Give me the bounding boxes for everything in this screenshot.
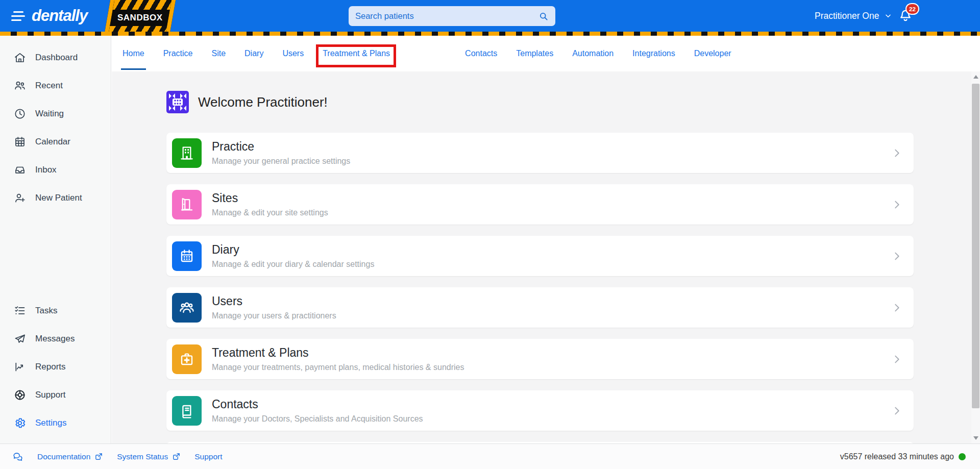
users-group-icon (172, 293, 202, 323)
scrollbar-thumb[interactable] (972, 84, 979, 408)
card-title: Treatment & Plans (212, 346, 464, 360)
system-status-link[interactable]: System Status (117, 452, 181, 461)
chevron-right-icon (891, 354, 902, 365)
sidebar-item-tasks[interactable]: Tasks (0, 297, 111, 325)
settings-home-content: Welcome Practitioner! Practice Manage yo… (112, 71, 980, 443)
tab-treatment-plans[interactable]: Treatment & Plans (323, 36, 390, 71)
settings-card-users[interactable]: Users Manage your users & practitioners (166, 287, 914, 328)
settings-card-treatment-plans[interactable]: Treatment & Plans Manage your treatments… (166, 339, 914, 379)
external-link-icon (94, 452, 103, 461)
card-title: Diary (212, 243, 374, 257)
card-title: Contacts (212, 398, 423, 411)
menu-icon[interactable] (11, 9, 27, 23)
chevron-down-icon (885, 12, 892, 19)
hazard-stripes (113, 0, 172, 10)
door-icon (172, 190, 202, 219)
sandbox-badge: SANDBOX (104, 0, 176, 36)
building-icon (172, 138, 202, 168)
clock-icon (14, 108, 26, 120)
top-bar: dentally SANDBOX Practitioner One 22 (0, 0, 980, 36)
card-subtitle: Manage your general practice settings (212, 157, 350, 166)
scroll-down-arrow-icon[interactable] (973, 436, 978, 440)
sidebar-item-recent[interactable]: Recent (0, 71, 111, 100)
patient-search (349, 6, 555, 26)
settings-card-sites[interactable]: Sites Manage & edit your site settings (166, 184, 914, 225)
external-link-icon (172, 452, 181, 461)
recent-patients-icon (14, 80, 26, 92)
status-green-dot (959, 453, 966, 460)
sidebar-item-waiting[interactable]: Waiting (0, 100, 111, 128)
settings-card-diary[interactable]: Diary Manage & edit your diary & calenda… (166, 236, 914, 276)
vertical-scrollbar[interactable] (971, 71, 980, 443)
settings-card-practice[interactable]: Practice Manage your general practice se… (166, 133, 914, 173)
dentally-app: dentally SANDBOX Practitioner One 22 (0, 0, 980, 469)
card-subtitle: Manage your Doctors, Specialists and Acq… (212, 414, 423, 424)
home-icon (14, 52, 26, 64)
settings-tab-bar: Home Practice Site Diary Users Treatment… (112, 36, 980, 71)
calendar-icon (14, 136, 26, 148)
sidebar-spacer (0, 212, 111, 297)
chevron-right-icon (891, 199, 902, 210)
gear-icon (14, 417, 26, 429)
sidebar-item-messages[interactable]: Messages (0, 325, 111, 353)
sidebar-item-new-patient[interactable]: New Patient (0, 184, 111, 212)
card-subtitle: Manage your users & practitioners (212, 311, 336, 320)
card-title: Sites (212, 191, 328, 205)
user-name: Practitioner One (815, 11, 879, 21)
card-subtitle: Manage & edit your site settings (212, 208, 328, 217)
paper-plane-icon (14, 333, 26, 345)
status-bar: Documentation System Status Support v565… (0, 443, 980, 469)
user-plus-icon (14, 192, 26, 204)
notification-count-badge: 22 (905, 3, 919, 15)
life-buoy-icon (14, 389, 26, 401)
tab-templates[interactable]: Templates (516, 36, 553, 71)
tab-diary[interactable]: Diary (244, 36, 263, 71)
sidebar-item-reports[interactable]: Reports (0, 353, 111, 381)
inbox-icon (14, 164, 26, 176)
card-title: Practice (212, 140, 350, 154)
search-input[interactable] (355, 11, 538, 21)
tasks-icon (14, 305, 26, 317)
chevron-right-icon (891, 302, 902, 313)
release-version-text: v5657 released 33 minutes ago (840, 452, 954, 461)
user-menu[interactable]: Practitioner One (815, 0, 892, 32)
sidebar-item-support[interactable]: Support (0, 381, 111, 409)
documentation-link[interactable]: Documentation (37, 452, 103, 461)
sidebar-item-settings[interactable]: Settings (0, 409, 111, 437)
chat-bubbles-icon (12, 451, 23, 462)
chevron-right-icon (891, 147, 902, 159)
tab-developer[interactable]: Developer (694, 36, 731, 71)
card-title: Users (212, 294, 336, 308)
notifications-button[interactable]: 22 (892, 0, 919, 32)
settings-card-contacts[interactable]: Contacts Manage your Doctors, Specialist… (166, 390, 914, 431)
dentally-logo[interactable]: dentally (32, 7, 87, 25)
tab-automation[interactable]: Automation (572, 36, 614, 71)
tab-users[interactable]: Users (282, 36, 304, 71)
book-icon (172, 396, 202, 426)
search-icon[interactable] (538, 11, 549, 21)
tab-home[interactable]: Home (122, 36, 144, 71)
tab-site[interactable]: Site (211, 36, 226, 71)
sidebar: Dashboard Recent Waiting Calendar Inbox … (0, 36, 111, 443)
sidebar-item-calendar[interactable]: Calendar (0, 128, 111, 156)
calendar-icon (172, 241, 202, 271)
tab-integrations[interactable]: Integrations (632, 36, 675, 71)
chevron-right-icon (891, 405, 902, 416)
first-aid-icon (172, 344, 202, 374)
chart-icon (14, 361, 26, 373)
practitioner-identicon (166, 91, 189, 113)
scroll-up-arrow-icon[interactable] (973, 75, 978, 79)
hazard-border (0, 32, 980, 36)
sandbox-label: SANDBOX (117, 13, 163, 23)
welcome-title: Welcome Practitioner! (198, 94, 328, 110)
tab-practice[interactable]: Practice (163, 36, 193, 71)
card-subtitle: Manage your treatments, payment plans, m… (212, 363, 464, 372)
sidebar-item-inbox[interactable]: Inbox (0, 156, 111, 184)
support-link[interactable]: Support (194, 452, 222, 461)
sidebar-item-dashboard[interactable]: Dashboard (0, 43, 111, 71)
tab-contacts[interactable]: Contacts (465, 36, 497, 71)
card-subtitle: Manage & edit your diary & calendar sett… (212, 260, 374, 269)
welcome-header: Welcome Practitioner! (166, 91, 971, 113)
chevron-right-icon (891, 251, 902, 262)
